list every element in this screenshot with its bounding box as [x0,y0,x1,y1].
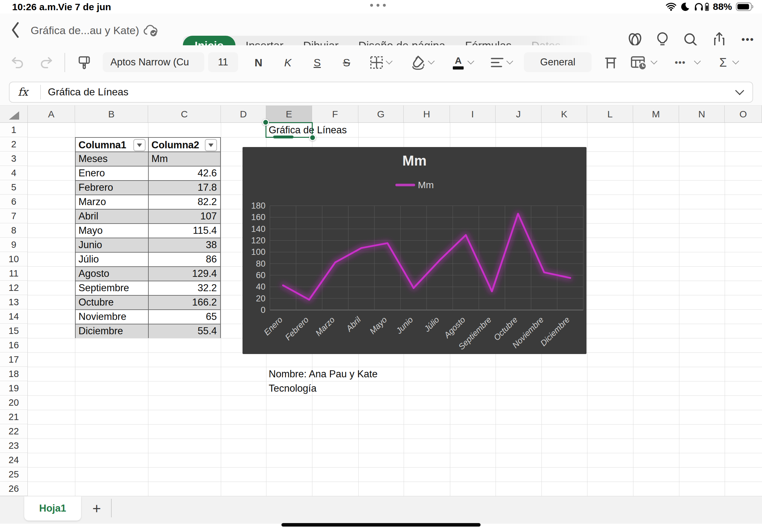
column-header-B[interactable]: B [75,105,148,123]
table-cell[interactable]: Mayo [76,224,148,237]
font-name-select[interactable]: Aptos Narrow (Cu [103,52,204,72]
row-header-18[interactable]: 18 [0,367,28,381]
column-header-D[interactable]: D [221,105,266,123]
table-cell[interactable]: Enero [76,166,148,180]
formula-bar[interactable]: fx Gráfica de Líneas [9,82,753,103]
row-header-5[interactable]: 5 [0,180,28,195]
underline-button[interactable]: S [308,54,326,71]
fill-color-button[interactable] [409,54,427,71]
borders-button[interactable] [368,54,385,71]
table-cell[interactable]: Mm [148,152,220,166]
table-cell[interactable]: 17.8 [148,181,220,195]
table-cell[interactable]: Diciembre [76,324,148,338]
row-header-14[interactable]: 14 [0,309,28,324]
selection-handle-bottom-right[interactable] [309,134,316,141]
cell-E18[interactable]: Nombre: Ana Pau y Kate [269,367,377,381]
formula-bar-value[interactable]: Gráfica de Líneas [48,86,128,98]
row-header-2[interactable]: 2 [0,137,28,152]
table-cell[interactable]: Júlio [76,253,148,266]
font-size-select[interactable]: 11 [208,52,238,72]
table-cell[interactable]: Meses [76,152,148,166]
table-cell[interactable]: 82.2 [148,195,220,209]
row-header-26[interactable]: 26 [0,482,28,496]
home-indicator[interactable] [281,523,481,527]
autosum-button[interactable]: Σ [714,54,732,71]
column-header-F[interactable]: F [312,105,358,123]
column-header-N[interactable]: N [679,105,725,123]
bold-button[interactable]: N [250,54,267,71]
row-header-7[interactable]: 7 [0,209,28,223]
add-sheet-button[interactable]: + [87,496,107,520]
table-cell[interactable]: 107 [148,210,220,223]
cloud-saved-icon[interactable] [142,24,159,37]
strikethrough-button[interactable]: S [338,54,355,71]
row-header-1[interactable]: 1 [0,123,28,137]
table-cell[interactable]: 55.4 [148,324,220,338]
filter-button[interactable] [205,139,217,151]
multitask-handle-icon[interactable] [370,4,386,7]
row-header-11[interactable]: 11 [0,266,28,281]
table-cell[interactable]: 86 [148,253,220,266]
undo-button[interactable] [9,54,27,71]
redo-button[interactable] [37,54,55,71]
alignment-chevron-icon[interactable] [506,58,513,64]
row-header-8[interactable]: 8 [0,223,28,237]
table-cell[interactable]: 32.2 [148,281,220,295]
row-header-3[interactable]: 3 [0,152,28,166]
table-cell[interactable]: 38 [148,238,220,252]
format-as-table-chevron-icon[interactable] [650,58,657,64]
document-title[interactable]: Gráfica de...au y Kate) [31,24,139,37]
column-header-G[interactable]: G [358,105,404,123]
table-cell[interactable]: Septiembre [76,281,148,295]
column-header-A[interactable]: A [28,105,75,123]
table-cell[interactable]: 65 [148,310,220,324]
row-header-10[interactable]: 10 [0,252,28,266]
row-header-17[interactable]: 17 [0,353,28,367]
back-button[interactable] [8,21,22,39]
column-header-K[interactable]: K [542,105,587,123]
select-all-corner[interactable] [0,105,28,123]
table-cell[interactable]: 129.4 [148,267,220,281]
fill-color-chevron-icon[interactable] [428,58,435,64]
column-header-O[interactable]: O [725,105,762,123]
column-header-H[interactable]: H [404,105,450,123]
more-formatting-chevron-icon[interactable] [694,58,701,64]
font-color-button[interactable]: A [449,54,467,71]
selection-fill-handle[interactable] [273,136,294,138]
row-header-9[interactable]: 9 [0,237,28,252]
table-cell[interactable]: Noviembre [76,310,148,324]
wrap-text-button[interactable] [602,54,620,71]
column-header-L[interactable]: L [587,105,633,123]
row-header-15[interactable]: 15 [0,324,28,338]
borders-chevron-icon[interactable] [386,58,393,64]
table-cell[interactable]: 166.2 [148,296,220,309]
table-cell[interactable]: Junio [76,238,148,252]
row-header-12[interactable]: 12 [0,281,28,295]
table-cell[interactable]: Abril [76,210,148,223]
row-header-22[interactable]: 22 [0,424,28,438]
number-format-select[interactable]: General [524,52,592,72]
table-cell[interactable]: Agosto [76,267,148,281]
table-cell[interactable]: Febrero [76,181,148,195]
more-formatting-button[interactable]: ••• [671,54,689,71]
data-table[interactable]: Columna1Columna2MesesMmEnero42.6Febrero1… [75,137,221,338]
selection-handle-top-left[interactable] [262,119,269,126]
formula-bar-expand-chevron-icon[interactable] [735,86,744,95]
row-header-13[interactable]: 13 [0,295,28,309]
row-header-4[interactable]: 4 [0,166,28,180]
table-cell[interactable]: 115.4 [148,224,220,237]
row-header-16[interactable]: 16 [0,338,28,353]
cell-E19[interactable]: Tecnología [269,381,317,395]
row-header-20[interactable]: 20 [0,395,28,410]
column-header-I[interactable]: I [450,105,495,123]
row-header-6[interactable]: 6 [0,195,28,209]
chart[interactable]: Mm Mm 020406080100120140160180EneroFebre… [243,147,586,354]
column-header-C[interactable]: C [148,105,221,123]
row-header-25[interactable]: 25 [0,467,28,482]
sheet-tab-hoja1[interactable]: Hoja1 [24,496,81,520]
font-color-chevron-icon[interactable] [468,58,474,64]
table-cell[interactable]: 42.6 [148,166,220,180]
table-cell[interactable]: Octubre [76,296,148,309]
column-header-J[interactable]: J [495,105,542,123]
row-header-21[interactable]: 21 [0,410,28,424]
